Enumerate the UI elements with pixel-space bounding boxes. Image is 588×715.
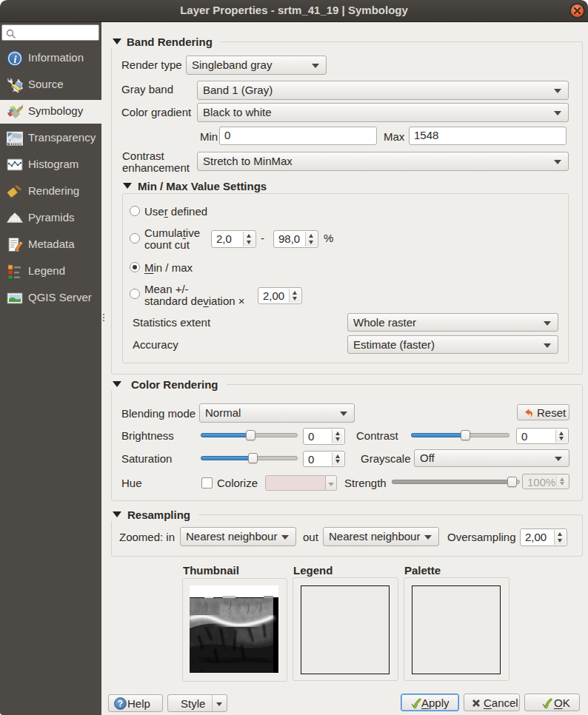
svg-text:i: i bbox=[14, 54, 17, 65]
svg-text:?: ? bbox=[118, 699, 123, 709]
